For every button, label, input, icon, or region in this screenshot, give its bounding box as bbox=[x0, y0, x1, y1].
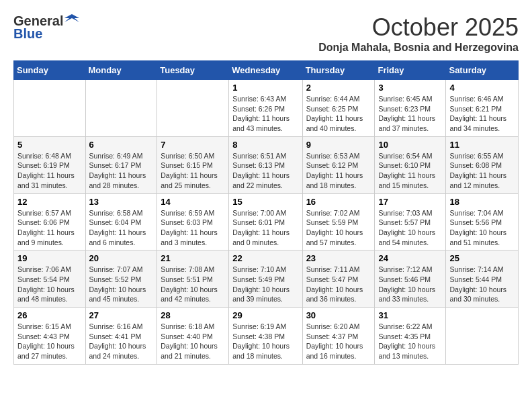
calendar-cell: 8Sunrise: 6:51 AM Sunset: 6:13 PM Daylig… bbox=[229, 136, 302, 193]
day-info: Sunrise: 6:57 AM Sunset: 6:06 PM Dayligh… bbox=[17, 208, 82, 248]
day-number: 15 bbox=[232, 197, 298, 207]
day-info: Sunrise: 6:53 AM Sunset: 6:12 PM Dayligh… bbox=[306, 151, 371, 191]
calendar-cell: 29Sunrise: 6:19 AM Sunset: 4:38 PM Dayli… bbox=[229, 308, 302, 365]
calendar-cell: 11Sunrise: 6:55 AM Sunset: 6:08 PM Dayli… bbox=[446, 136, 519, 193]
calendar-cell: 14Sunrise: 6:59 AM Sunset: 6:03 PM Dayli… bbox=[157, 193, 229, 250]
calendar-cell: 19Sunrise: 7:06 AM Sunset: 5:54 PM Dayli… bbox=[14, 250, 86, 308]
weekday-header-tuesday: Tuesday bbox=[157, 61, 229, 80]
calendar-week-row: 5Sunrise: 6:48 AM Sunset: 6:19 PM Daylig… bbox=[14, 136, 519, 193]
day-info: Sunrise: 7:10 AM Sunset: 5:49 PM Dayligh… bbox=[232, 265, 298, 304]
day-number: 29 bbox=[232, 310, 298, 320]
weekday-header-sunday: Sunday bbox=[14, 61, 86, 80]
day-info: Sunrise: 7:03 AM Sunset: 5:57 PM Dayligh… bbox=[378, 208, 442, 248]
calendar-cell: 20Sunrise: 7:07 AM Sunset: 5:52 PM Dayli… bbox=[85, 250, 157, 308]
month-year-title: October 2025 bbox=[318, 13, 519, 42]
day-number: 31 bbox=[378, 310, 442, 320]
calendar-cell: 27Sunrise: 6:16 AM Sunset: 4:41 PM Dayli… bbox=[85, 308, 157, 365]
calendar-cell: 18Sunrise: 7:04 AM Sunset: 5:56 PM Dayli… bbox=[446, 193, 519, 250]
calendar-cell: 22Sunrise: 7:10 AM Sunset: 5:49 PM Dayli… bbox=[229, 250, 302, 308]
day-number: 6 bbox=[89, 140, 154, 150]
calendar-cell: 5Sunrise: 6:48 AM Sunset: 6:19 PM Daylig… bbox=[14, 136, 86, 193]
day-info: Sunrise: 6:50 AM Sunset: 6:15 PM Dayligh… bbox=[161, 151, 225, 191]
page-header: General Blue October 2025 Donja Mahala, … bbox=[13, 13, 519, 54]
day-number: 17 bbox=[378, 197, 442, 207]
calendar-cell: 7Sunrise: 6:50 AM Sunset: 6:15 PM Daylig… bbox=[157, 136, 229, 193]
day-number: 19 bbox=[17, 253, 82, 263]
weekday-header-thursday: Thursday bbox=[302, 61, 375, 80]
day-info: Sunrise: 7:08 AM Sunset: 5:51 PM Dayligh… bbox=[161, 265, 225, 304]
day-info: Sunrise: 6:46 AM Sunset: 6:21 PM Dayligh… bbox=[449, 94, 515, 134]
day-info: Sunrise: 6:54 AM Sunset: 6:10 PM Dayligh… bbox=[378, 151, 442, 191]
day-number: 16 bbox=[306, 197, 371, 207]
day-info: Sunrise: 6:44 AM Sunset: 6:25 PM Dayligh… bbox=[306, 94, 371, 134]
svg-marker-0 bbox=[64, 14, 79, 22]
calendar-week-row: 1Sunrise: 6:43 AM Sunset: 6:26 PM Daylig… bbox=[14, 80, 519, 137]
calendar-cell: 3Sunrise: 6:45 AM Sunset: 6:23 PM Daylig… bbox=[375, 80, 446, 137]
calendar-week-row: 12Sunrise: 6:57 AM Sunset: 6:06 PM Dayli… bbox=[14, 193, 519, 250]
calendar-cell: 30Sunrise: 6:20 AM Sunset: 4:37 PM Dayli… bbox=[302, 308, 375, 365]
day-info: Sunrise: 6:22 AM Sunset: 4:35 PM Dayligh… bbox=[378, 322, 442, 361]
calendar-cell: 21Sunrise: 7:08 AM Sunset: 5:51 PM Dayli… bbox=[157, 250, 229, 308]
day-info: Sunrise: 6:20 AM Sunset: 4:37 PM Dayligh… bbox=[306, 322, 371, 361]
day-info: Sunrise: 7:04 AM Sunset: 5:56 PM Dayligh… bbox=[449, 208, 515, 248]
calendar-cell: 25Sunrise: 7:14 AM Sunset: 5:44 PM Dayli… bbox=[446, 250, 519, 308]
calendar-cell: 28Sunrise: 6:18 AM Sunset: 4:40 PM Dayli… bbox=[157, 308, 229, 365]
day-number: 1 bbox=[232, 83, 298, 93]
calendar-cell bbox=[85, 80, 157, 137]
day-info: Sunrise: 6:15 AM Sunset: 4:43 PM Dayligh… bbox=[17, 322, 82, 361]
day-number: 21 bbox=[161, 253, 225, 263]
calendar-cell: 2Sunrise: 6:44 AM Sunset: 6:25 PM Daylig… bbox=[302, 80, 375, 137]
day-info: Sunrise: 7:07 AM Sunset: 5:52 PM Dayligh… bbox=[89, 265, 154, 304]
day-number: 14 bbox=[161, 197, 225, 207]
day-info: Sunrise: 7:11 AM Sunset: 5:47 PM Dayligh… bbox=[306, 265, 371, 304]
calendar-cell: 6Sunrise: 6:49 AM Sunset: 6:17 PM Daylig… bbox=[85, 136, 157, 193]
day-info: Sunrise: 7:06 AM Sunset: 5:54 PM Dayligh… bbox=[17, 265, 82, 304]
calendar-cell: 10Sunrise: 6:54 AM Sunset: 6:10 PM Dayli… bbox=[375, 136, 446, 193]
logo: General Blue bbox=[13, 13, 79, 42]
day-info: Sunrise: 7:02 AM Sunset: 5:59 PM Dayligh… bbox=[306, 208, 371, 248]
calendar-cell bbox=[446, 308, 519, 365]
weekday-header-friday: Friday bbox=[375, 61, 446, 80]
day-info: Sunrise: 6:45 AM Sunset: 6:23 PM Dayligh… bbox=[378, 94, 442, 134]
day-info: Sunrise: 6:19 AM Sunset: 4:38 PM Dayligh… bbox=[232, 322, 298, 361]
weekday-header-wednesday: Wednesday bbox=[229, 61, 302, 80]
calendar-cell: 23Sunrise: 7:11 AM Sunset: 5:47 PM Dayli… bbox=[302, 250, 375, 308]
calendar-cell: 9Sunrise: 6:53 AM Sunset: 6:12 PM Daylig… bbox=[302, 136, 375, 193]
calendar-cell: 17Sunrise: 7:03 AM Sunset: 5:57 PM Dayli… bbox=[375, 193, 446, 250]
calendar-cell: 24Sunrise: 7:12 AM Sunset: 5:46 PM Dayli… bbox=[375, 250, 446, 308]
day-number: 11 bbox=[449, 140, 515, 150]
logo-blue-text: Blue bbox=[13, 26, 42, 42]
day-info: Sunrise: 7:14 AM Sunset: 5:44 PM Dayligh… bbox=[449, 265, 515, 304]
calendar-table: SundayMondayTuesdayWednesdayThursdayFrid… bbox=[13, 60, 519, 365]
day-number: 25 bbox=[449, 253, 515, 263]
calendar-cell: 1Sunrise: 6:43 AM Sunset: 6:26 PM Daylig… bbox=[229, 80, 302, 137]
calendar-cell: 15Sunrise: 7:00 AM Sunset: 6:01 PM Dayli… bbox=[229, 193, 302, 250]
day-info: Sunrise: 6:43 AM Sunset: 6:26 PM Dayligh… bbox=[232, 94, 298, 134]
calendar-cell: 13Sunrise: 6:58 AM Sunset: 6:04 PM Dayli… bbox=[85, 193, 157, 250]
day-number: 9 bbox=[306, 140, 371, 150]
day-info: Sunrise: 6:51 AM Sunset: 6:13 PM Dayligh… bbox=[232, 151, 298, 191]
day-number: 24 bbox=[378, 253, 442, 263]
calendar-cell bbox=[14, 80, 86, 137]
calendar-week-row: 19Sunrise: 7:06 AM Sunset: 5:54 PM Dayli… bbox=[14, 250, 519, 308]
day-number: 27 bbox=[89, 310, 154, 320]
day-number: 28 bbox=[161, 310, 225, 320]
day-number: 30 bbox=[306, 310, 371, 320]
weekday-header-row: SundayMondayTuesdayWednesdayThursdayFrid… bbox=[14, 61, 519, 80]
calendar-cell: 12Sunrise: 6:57 AM Sunset: 6:06 PM Dayli… bbox=[14, 193, 86, 250]
day-number: 12 bbox=[17, 197, 82, 207]
day-number: 2 bbox=[306, 83, 371, 93]
location-subtitle: Donja Mahala, Bosnia and Herzegovina bbox=[318, 42, 519, 54]
day-number: 4 bbox=[449, 83, 515, 93]
day-number: 20 bbox=[89, 253, 154, 263]
title-section: October 2025 Donja Mahala, Bosnia and He… bbox=[318, 13, 519, 54]
day-info: Sunrise: 6:49 AM Sunset: 6:17 PM Dayligh… bbox=[89, 151, 154, 191]
day-number: 23 bbox=[306, 253, 371, 263]
day-info: Sunrise: 6:59 AM Sunset: 6:03 PM Dayligh… bbox=[161, 208, 225, 248]
day-number: 10 bbox=[378, 140, 442, 150]
day-number: 26 bbox=[17, 310, 82, 320]
day-info: Sunrise: 6:48 AM Sunset: 6:19 PM Dayligh… bbox=[17, 151, 82, 191]
weekday-header-monday: Monday bbox=[85, 61, 157, 80]
day-info: Sunrise: 6:18 AM Sunset: 4:40 PM Dayligh… bbox=[161, 322, 225, 361]
day-number: 18 bbox=[449, 197, 515, 207]
